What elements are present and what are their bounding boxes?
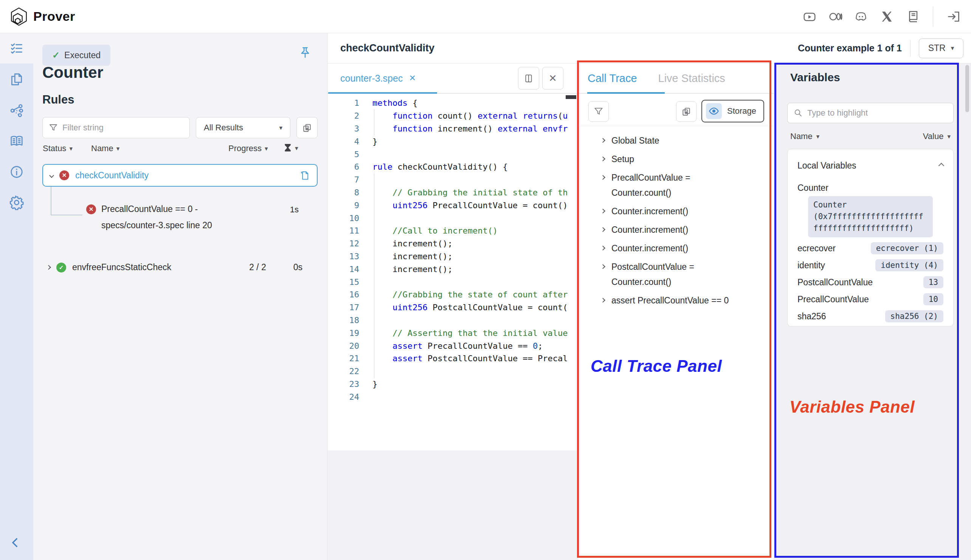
trace-filter-button[interactable] [588,101,609,122]
variable-value-chip[interactable]: 10 [923,293,943,305]
calltrace-item[interactable]: PrecallCountValue = Counter.count() [601,170,760,200]
code-line: 9 uint256 PrecallCountValue = count() [328,199,578,212]
calltrace-item[interactable]: Counter.increment() [601,241,760,256]
column-status-sort[interactable]: Status▾ [43,143,73,153]
line-number: 23 [328,379,359,389]
prover-logo[interactable]: Prover [0,7,75,27]
tab-close-icon[interactable]: ✕ [409,73,416,83]
panel-scrollbar-thumb[interactable] [965,65,969,112]
calltrace-item[interactable]: PostcallCountValue = Counter.count() [601,259,760,290]
column-time-sort[interactable]: ▾ [284,143,298,153]
trace-copy-button[interactable] [676,101,697,122]
copy-rules-button[interactable] [296,117,318,138]
variables-search-input[interactable] [807,108,936,118]
youtube-icon[interactable] [802,9,817,24]
tab-counter-3-spec[interactable]: counter-3.spec ✕ [328,73,416,84]
results-filter-select[interactable]: All Results ▾ [196,117,291,138]
variable-value-chip[interactable]: identity (4) [875,259,943,271]
calltrace-item[interactable]: Setup [601,152,760,167]
discord-icon[interactable] [853,9,869,24]
calltrace-item[interactable]: assert PrecallCountValue == 0 [601,293,760,308]
calltrace-item[interactable]: Counter.increment() [601,222,760,237]
variables-name-sort[interactable]: Name▾ [790,132,819,141]
line-number: 22 [328,367,359,376]
split-view-icon [524,73,533,83]
code-text: //Call to increment() [359,226,498,235]
open-spec-file-icon[interactable] [299,170,310,181]
contracts-book-icon[interactable] [0,130,33,152]
docs-icon[interactable] [905,9,920,24]
calltrace-item[interactable]: Counter.increment() [601,204,760,219]
code-line: 23} [328,378,578,391]
format-selector-button[interactable]: STR ▾ [919,38,963,58]
search-icon [794,108,803,118]
tab-call-trace[interactable]: Call Trace [588,72,637,85]
split-view-button[interactable] [518,67,539,90]
line-number: 16 [328,290,359,299]
rules-checklist-icon[interactable] [0,38,33,59]
share-graph-icon[interactable] [0,100,33,121]
rule-duration: 0s [293,262,302,272]
brand-name: Prover [33,9,75,24]
copy-plus-icon [302,123,312,133]
local-variables-group-toggle[interactable]: Local Variables [797,161,943,171]
column-progress-sort[interactable]: Progress▾ [228,143,268,153]
page-title: checkCountValidity [340,42,435,54]
calltrace-item[interactable]: Global State [601,133,760,148]
rules-panel: ✓ Executed Counter Rules All Results ▾ S… [33,33,328,560]
info-icon[interactable] [0,162,33,183]
code-line: 16 //Grabbing the state of count after [328,288,578,301]
column-name-sort[interactable]: Name▾ [91,143,119,153]
nav-sidebar [0,33,33,560]
sign-out-icon[interactable] [946,9,961,24]
variable-value-chip[interactable]: 13 [923,276,943,288]
calltrace-item-label: PrecallCountValue = Counter.count() [612,170,752,200]
medium-icon[interactable] [828,9,843,24]
storage-toggle-button[interactable]: Storage [701,100,764,122]
chevron-right-icon [46,265,51,270]
rule-row-envfreeFuncsStaticCheck[interactable]: ✓ envfreeFuncsStaticCheck 2 / 2 0s [42,262,318,272]
tab-live-statistics[interactable]: Live Statistics [658,72,725,85]
job-title: Counter [42,63,103,82]
chevron-down-icon: ▾ [279,124,282,132]
variable-value-chip[interactable]: Counter (0x7ffffffffffffffffffffffffffff… [808,196,933,237]
code-line: 14 increment(); [328,263,578,275]
code-text: increment(); [359,239,453,248]
code-text: uint256 PrecallCountValue = count() [359,201,568,210]
x-icon[interactable] [879,9,894,24]
variable-name: ecrecover [797,243,836,253]
code-line: 15 [328,275,578,288]
variable-value-chip[interactable]: ecrecover (1) [871,242,943,254]
variables-value-sort[interactable]: Value▾ [923,132,951,141]
files-copy-icon[interactable] [0,69,33,90]
header-divider [910,40,911,57]
line-number: 17 [328,303,359,312]
funnel-icon [49,123,58,132]
status-badge: ✓ Executed [42,45,110,66]
variable-value-chip[interactable]: sha256 (2) [885,310,943,322]
code-line: 2 function count() external returns(u [328,110,578,122]
pin-icon[interactable] [299,46,312,59]
line-number: 2 [328,111,359,120]
line-number: 14 [328,265,359,274]
rules-filter-input[interactable] [62,123,176,133]
calltrace-item-label: Counter.increment() [612,222,752,237]
code-line: 18 [328,314,578,327]
spec-editor: counter-3.spec ✕ ✕ 1methods {2 function … [328,63,578,450]
rule-name-link[interactable]: checkCountValidity [75,170,149,181]
settings-gear-icon[interactable] [0,192,33,213]
editor-scrollbar-thumb[interactable] [566,95,576,99]
close-editor-button[interactable]: ✕ [542,67,563,90]
assert-row[interactable]: ✕ PrecallCountValue == 0 - specs/counter… [86,204,318,230]
sidebar-collapse-button[interactable] [0,534,33,551]
line-number: 3 [328,124,359,133]
code-area[interactable]: 1methods {2 function count() external re… [328,95,578,450]
rules-section-title: Rules [42,93,74,107]
example-counter-label: Counter example 1 of 1 [798,43,902,54]
sort-caret-icon: ▾ [816,133,820,140]
format-selector-value: STR [928,43,946,53]
line-number: 20 [328,341,359,351]
rule-row-checkCountValidity[interactable]: ✕ checkCountValidity [42,164,318,187]
chevron-right-icon [600,246,605,250]
code-text: } [359,379,378,389]
